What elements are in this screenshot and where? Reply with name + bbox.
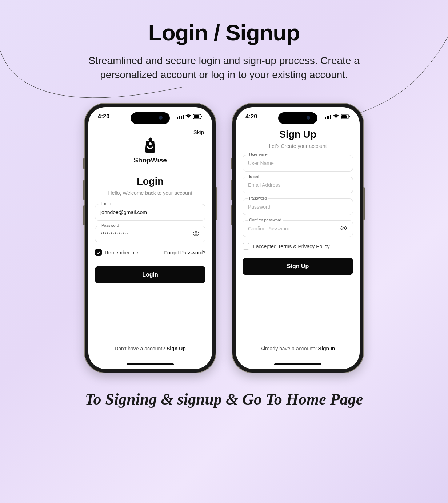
- email-label: Email: [248, 174, 261, 178]
- svg-rect-12: [328, 116, 329, 119]
- remember-me-checkbox[interactable]: [95, 249, 102, 256]
- svg-point-17: [343, 227, 344, 229]
- password-label: Password: [248, 196, 268, 200]
- dynamic-island: [278, 112, 317, 124]
- confirm-password-label: Confirm password: [248, 218, 283, 222]
- wifi-icon: [185, 114, 191, 119]
- email-field[interactable]: [243, 177, 353, 193]
- forgot-password-link[interactable]: Forgot Password?: [164, 250, 205, 255]
- signup-button[interactable]: Sign Up: [243, 258, 353, 275]
- svg-rect-10: [325, 117, 326, 119]
- svg-rect-11: [327, 116, 328, 119]
- signup-title: Sign Up: [243, 129, 353, 140]
- phone-frame-signup: 4:20 Sign Up Let's Create your account U…: [232, 104, 363, 373]
- password-field[interactable]: [95, 226, 205, 242]
- page-title: Login / Signup: [0, 20, 448, 45]
- svg-rect-16: [349, 116, 350, 117]
- home-indicator[interactable]: [127, 363, 174, 365]
- brand-logo-icon: [142, 137, 159, 155]
- battery-icon: [341, 114, 350, 119]
- email-label: Email: [100, 201, 113, 206]
- dynamic-island: [131, 112, 170, 124]
- signal-icon: [177, 114, 184, 119]
- password-label: Password: [100, 223, 120, 228]
- wifi-icon: [333, 114, 339, 119]
- username-field[interactable]: [243, 155, 353, 172]
- eye-icon: [340, 225, 347, 232]
- terms-label: I accepted Terms & Privacy Policy: [253, 244, 330, 249]
- remember-me-label: Remember me: [105, 250, 139, 255]
- svg-rect-2: [181, 116, 182, 119]
- svg-rect-0: [177, 117, 178, 119]
- confirm-password-field[interactable]: [243, 220, 353, 237]
- svg-rect-3: [183, 115, 184, 119]
- status-time: 4:20: [98, 113, 109, 120]
- svg-rect-1: [179, 116, 180, 119]
- battery-icon: [193, 114, 203, 119]
- login-title: Login: [95, 176, 205, 187]
- footer-prefix: Don't have a account?: [115, 346, 167, 351]
- status-time: 4:20: [245, 113, 257, 120]
- skip-button[interactable]: Skip: [193, 129, 204, 135]
- signin-link[interactable]: Sign In: [318, 346, 335, 351]
- login-button[interactable]: Login: [95, 266, 205, 283]
- signup-link[interactable]: Sign Up: [167, 346, 186, 351]
- svg-rect-5: [194, 115, 199, 118]
- page-subtitle: Streamlined and secure login and sign-up…: [75, 53, 373, 82]
- svg-rect-6: [201, 116, 202, 117]
- bottom-caption: To Signing & signup & Go To Home Page: [0, 390, 448, 409]
- password-field[interactable]: [243, 198, 353, 215]
- home-indicator[interactable]: [274, 363, 321, 365]
- svg-rect-13: [330, 115, 331, 119]
- password-visibility-toggle[interactable]: [339, 223, 349, 234]
- password-visibility-toggle[interactable]: [191, 229, 201, 240]
- email-field[interactable]: [95, 204, 205, 221]
- signal-icon: [325, 114, 331, 119]
- signup-footer: Already have a account? Sign In: [236, 346, 360, 351]
- svg-point-8: [149, 142, 152, 145]
- signup-subtitle: Let's Create your account: [243, 143, 353, 149]
- username-label: Username: [248, 152, 269, 157]
- login-footer: Don't have a account? Sign Up: [88, 346, 212, 351]
- eye-icon: [192, 230, 200, 237]
- footer-prefix: Already have a account?: [261, 346, 318, 351]
- check-icon: [96, 250, 101, 255]
- brand-name: ShopWise: [95, 156, 205, 164]
- terms-checkbox[interactable]: [243, 243, 249, 250]
- login-subtitle: Hello, Welcome back to your account: [95, 190, 205, 196]
- svg-point-9: [195, 233, 197, 234]
- svg-rect-15: [341, 115, 347, 118]
- phone-frame-login: 4:20 Skip: [85, 104, 216, 373]
